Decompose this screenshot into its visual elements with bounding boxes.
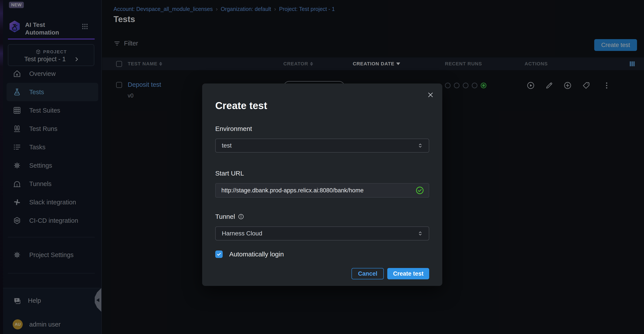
create-test-modal: Create test Environment test Start URL h… [202, 84, 442, 286]
modal-create-test-button[interactable]: Create test [387, 268, 429, 279]
select-chevrons-icon [417, 230, 424, 237]
tunnel-value: Harness Cloud [222, 230, 262, 237]
start-url-input[interactable]: http://stage.dbank.prod-apps.relicx.ai:8… [215, 183, 429, 198]
start-url-label: Start URL [215, 170, 429, 177]
valid-check-icon [415, 186, 424, 195]
auto-login-label: Automatically login [229, 250, 284, 258]
app-root: NEW AI Test Automation PROJECT Test proj… [0, 0, 644, 334]
check-icon [216, 252, 222, 257]
environment-select[interactable]: test [215, 139, 429, 152]
tunnel-select[interactable]: Harness Cloud [215, 226, 429, 240]
cancel-button[interactable]: Cancel [352, 268, 384, 279]
modal-title: Create test [215, 100, 429, 111]
modal-buttons: Cancel Create test [215, 268, 429, 279]
tunnel-label: Tunnel [215, 213, 429, 220]
close-icon[interactable] [426, 91, 434, 99]
info-icon[interactable] [238, 213, 244, 220]
auto-login-row: Automatically login [215, 250, 429, 258]
select-chevrons-icon [417, 142, 424, 149]
environment-value: test [222, 142, 232, 149]
start-url-value: http://stage.dbank.prod-apps.relicx.ai:8… [221, 187, 364, 194]
environment-label: Environment [215, 125, 429, 132]
auto-login-checkbox[interactable] [215, 250, 223, 258]
